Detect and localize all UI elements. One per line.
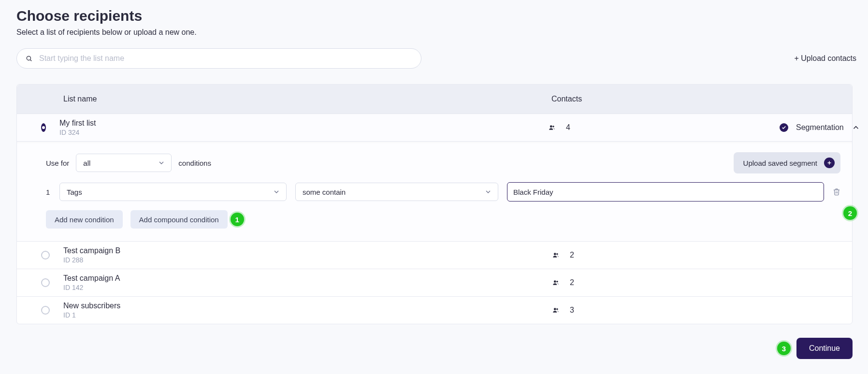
svg-point-2 [550,125,552,128]
svg-point-8 [554,280,556,283]
list-name: Test campaign A [63,274,551,283]
list-radio[interactable] [41,251,50,259]
list-name: Test campaign B [63,246,551,255]
list-row[interactable]: New subscribers ID 1 3 [17,296,852,324]
match-select[interactable]: all [76,154,172,172]
list-name: New subscribers [63,302,551,310]
list-id: ID 324 [59,129,548,136]
contacts-icon [551,307,560,314]
use-for-label: Use for [46,159,69,167]
column-header-name: List name [63,95,551,103]
contacts-icon [551,279,560,286]
plus-circle-icon [824,158,835,168]
chevron-down-icon [158,159,165,167]
column-header-contacts: Contacts [551,95,783,103]
add-compound-condition-button[interactable]: Add compound condition [130,210,228,229]
contacts-count: 2 [570,251,574,259]
list-row[interactable]: Test campaign A ID 142 2 [17,269,852,296]
match-select-value: all [83,159,90,167]
add-condition-button[interactable]: Add new condition [46,210,123,229]
upload-saved-segment-label: Upload saved segment [743,159,817,167]
list-row[interactable]: Test campaign B ID 288 2 [17,241,852,269]
search-icon [26,55,32,62]
contacts-icon [551,252,560,259]
svg-point-0 [27,56,30,60]
chevron-down-icon [484,188,492,196]
svg-point-6 [554,253,556,255]
table-header: List name Contacts [17,85,852,114]
svg-point-10 [554,308,556,310]
list-radio[interactable] [41,123,46,132]
chevron-down-icon [273,188,280,196]
search-wrap [16,48,421,69]
page-title: Choose recipients [16,8,853,24]
chevron-up-icon[interactable] [852,123,860,132]
list-id: ID 1 [63,311,551,319]
step-badge-1: 1 [231,213,244,226]
svg-point-3 [552,126,554,128]
svg-point-9 [556,281,558,283]
svg-line-1 [30,60,32,61]
segmentation-label: Segmentation [796,123,844,132]
contacts-count: 2 [570,278,574,287]
svg-point-7 [556,253,558,255]
list-row[interactable]: My first list ID 324 4 Segmentation [17,114,852,141]
continue-button[interactable]: Continue [796,338,853,359]
step-badge-3: 3 [777,342,791,355]
list-name: My first list [59,119,548,128]
list-id: ID 288 [63,256,551,264]
step-badge-2: 2 [843,206,857,220]
list-radio[interactable] [41,306,50,315]
condition-field-value: Tags [67,188,82,196]
list-radio[interactable] [41,278,50,287]
condition-index: 1 [46,188,51,196]
condition-operator-select[interactable]: some contain [295,183,498,201]
segmentation-panel: Use for all conditions Upload saved segm… [17,141,852,241]
check-circle-icon [780,123,788,132]
condition-row: 1 Tags some contain [46,182,840,201]
condition-value-input[interactable] [507,182,824,201]
search-input[interactable] [39,54,412,63]
upload-saved-segment-button[interactable]: Upload saved segment [734,152,840,173]
condition-field-select[interactable]: Tags [59,183,287,201]
contacts-count: 3 [570,306,574,315]
condition-operator-value: some contain [303,188,346,196]
upload-contacts-link[interactable]: + Upload contacts [794,54,856,63]
conditions-label: conditions [178,159,211,167]
trash-icon[interactable] [833,187,840,196]
page-subtitle: Select a list of recipients below or upl… [16,28,853,37]
contacts-count: 4 [566,123,570,132]
contacts-icon [548,124,556,131]
list-id: ID 142 [63,284,551,291]
svg-point-11 [556,308,558,310]
lists-table: List name Contacts My first list ID 324 … [16,84,853,324]
